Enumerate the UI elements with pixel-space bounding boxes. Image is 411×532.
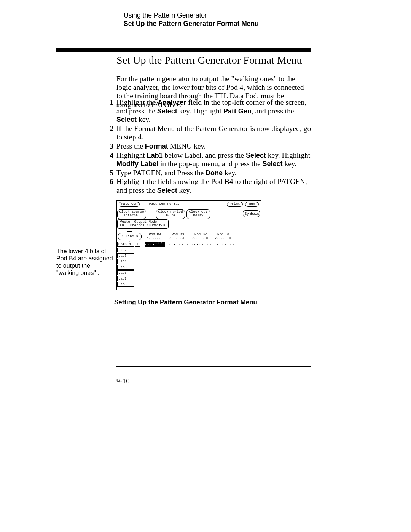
row-label[interactable]: Lab3 (117, 253, 134, 258)
scale-b1: 7......0 (215, 237, 231, 240)
step-body: Highlight the Analyzer field in the top-… (116, 98, 311, 124)
section-heading: Set Up the Pattern Generator Format Menu (116, 54, 302, 66)
btn-labels[interactable]: ↕ Labels ↕ (118, 233, 142, 240)
assign-b1[interactable]: ........ (213, 242, 234, 247)
assign-b2[interactable]: ........ (190, 242, 211, 247)
running-head-line1: Using the Pattern Generator (124, 11, 259, 20)
assign-b3[interactable]: ........ (167, 242, 188, 247)
figure-caption: Setting Up the Pattern Generator Format … (114, 299, 257, 306)
btn-symbols[interactable]: Symbols (243, 210, 260, 217)
step-number: 2 (106, 125, 113, 133)
scale-b2: 7......0 (192, 237, 208, 240)
label-patt-gen-format: Patt Gen Format (149, 203, 180, 206)
step-number: 4 (106, 151, 113, 160)
step-6: 6 Highlight the field showing the Pod B4… (106, 177, 311, 195)
step-list: 1 Highlight the Analyzer field in the to… (106, 98, 311, 195)
figure-pattern-generator: Patt Gen Patt Gen Format Print Run Clock… (116, 199, 260, 290)
thin-rule-top (116, 50, 311, 50)
scale-b3: 7......0 (169, 237, 185, 240)
nub-icon (127, 231, 132, 233)
row-label[interactable]: Lab6 (117, 270, 134, 275)
side-annotation: The lower 4 bits of Pod B4 are assigned … (56, 246, 113, 277)
running-head: Using the Pattern Generator Set Up the P… (124, 11, 259, 28)
field-clock-out[interactable]: Clock Out Delay (186, 209, 210, 219)
row-label[interactable]: Lab8 (117, 282, 134, 287)
row-label[interactable]: Lab4 (117, 259, 134, 264)
scale-b4: 7......0 (146, 237, 162, 240)
page-number: 9-10 (116, 377, 130, 385)
heavy-rule (56, 48, 311, 52)
assign-b4[interactable]: ....**** (145, 242, 165, 247)
footer-rule (116, 366, 311, 367)
page: Using the Pattern Generator Set Up the P… (0, 0, 411, 532)
field-clock-period[interactable]: Clock Period 10 ns (156, 209, 185, 219)
btn-run[interactable]: Run (245, 202, 259, 207)
row-label[interactable]: Lab7 (117, 276, 134, 281)
step-body: Press the Format MENU key. (116, 142, 311, 151)
step-4: 4 Highlight Lab1 below Label, and press … (106, 151, 311, 168)
step-body: Type PATGEN, and Press the Done key. (116, 169, 311, 177)
step-3: 3 Press the Format MENU key. (106, 142, 311, 151)
row-plus[interactable]: + (135, 242, 140, 247)
step-body: Highlight Lab1 below Label, and press th… (116, 151, 311, 168)
row-label[interactable]: Lab2 (117, 248, 134, 252)
step-1: 1 Highlight the Analyzer field in the to… (106, 98, 311, 124)
row-label-patgen[interactable]: PATGEN (117, 242, 134, 247)
step-2: 2 If the Format Menu of the Pattern Gene… (106, 125, 311, 142)
step-number: 5 (106, 169, 113, 177)
running-head-line2: Set Up the Pattern Generator Format Menu (124, 20, 259, 28)
btn-patt-gen[interactable]: Patt Gen (119, 202, 140, 207)
step-number: 1 (106, 98, 113, 107)
row-label[interactable]: Lab5 (117, 265, 134, 270)
step-body: Highlight the field showing the Pod B4 t… (116, 177, 311, 195)
step-number: 6 (106, 177, 113, 186)
step-body: If the Format Menu of the Pattern Genera… (116, 125, 311, 142)
step-5: 5 Type PATGEN, and Press the Done key. (106, 169, 311, 177)
step-number: 3 (106, 142, 113, 151)
field-clock-source[interactable]: Clock Source Internal (117, 209, 146, 219)
field-vector-output-mode[interactable]: Vector Output Mode Full Channel 100Mbit/… (117, 219, 169, 229)
btn-print[interactable]: Print (227, 202, 243, 207)
